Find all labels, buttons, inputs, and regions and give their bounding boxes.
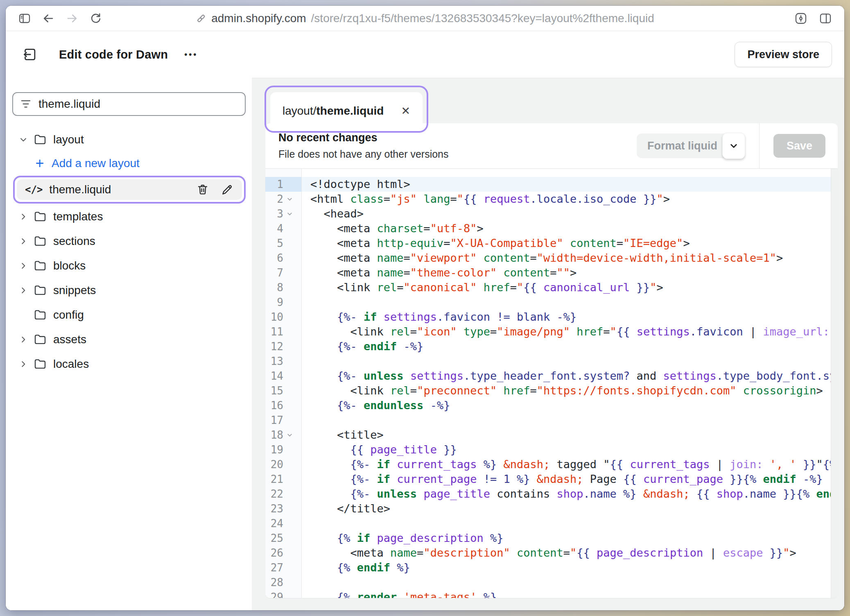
sidebar-item-layout[interactable]: layout [12,127,246,152]
editor-scrollbar[interactable] [831,169,838,598]
code-panel: No recent changes File does not have any… [265,123,838,598]
search-input[interactable] [38,97,238,111]
link-icon [196,13,206,24]
add-new-layout-link[interactable]: +Add a new layout [12,152,246,175]
chevron-right-icon[interactable] [18,211,29,222]
code-line-13[interactable] [302,354,838,369]
fold-chevron-icon[interactable] [283,432,296,439]
gutter-line-25: 25 [265,531,301,546]
code-line-2[interactable]: <html class="js" lang="{{ request.locale… [302,192,838,206]
chevron-right-icon[interactable] [18,359,29,369]
code-line-28[interactable] [302,575,838,590]
code-line-7[interactable]: <meta name="theme-color" content=""> [302,265,838,280]
sidebar-item-blocks[interactable]: blocks [12,254,246,278]
gutter-line-16: 16 [265,398,301,413]
sidebar-item-snippets[interactable]: snippets [12,278,246,303]
sidebar-item-config[interactable]: config [12,303,246,327]
chevron-down-icon [728,140,740,152]
filter-icon [20,98,32,110]
tab-bar: layout/theme.liquid ✕ [252,78,844,123]
versions-subtitle: File does not have any other versions [278,148,449,160]
sidebar-item-theme-liquid[interactable]: </>theme.liquid [17,179,242,200]
exit-editor-icon[interactable] [22,47,38,62]
line-number: 5 [265,237,283,249]
split-view-icon[interactable] [819,12,832,25]
sidebar-item-templates[interactable]: templates [12,204,246,229]
page-settings-icon[interactable] [794,12,807,25]
line-number: 28 [265,576,283,589]
code-line-9[interactable] [302,295,838,310]
code-line-26[interactable]: <meta name="description" content="{{ pag… [302,546,838,560]
code-line-1[interactable]: <!doctype html> [302,177,838,192]
code-line-29[interactable]: {% render 'meta-tags' %} [302,590,838,598]
toolbar-nav-group [18,12,102,25]
chevron-right-icon[interactable] [18,334,29,345]
code-line-14[interactable]: {%- unless settings.type_header_font.sys… [302,369,838,383]
fold-chevron-icon[interactable] [283,211,296,217]
back-icon[interactable] [42,12,55,25]
sidebar-toggle-icon[interactable] [18,12,31,25]
sidebar-item-locales[interactable]: locales [12,352,246,376]
line-number: 21 [265,473,283,485]
code-line-22[interactable]: {%- unless page_title contains shop.name… [302,487,838,501]
code-line-4[interactable]: <meta charset="utf-8"> [302,221,838,236]
plus-icon: + [34,157,46,170]
code-line-18[interactable]: <title> [302,428,838,442]
code-line-6[interactable]: <meta name="viewport" content="width=dev… [302,251,838,265]
browser-toolbar: admin.shopify.com/store/rzq1xu-f5/themes… [6,6,844,31]
chevron-right-icon[interactable] [18,260,29,271]
code-line-19[interactable]: {{ page_title }} [302,442,838,457]
chevron-down-icon[interactable] [18,134,29,145]
save-button[interactable]: Save [773,134,825,158]
url-path: /store/rzq1xu-f5/themes/132683530345?key… [311,12,654,25]
code-line-24[interactable] [302,516,838,531]
gutter-line-4: 4 [265,221,301,236]
gutter-line-27: 27 [265,560,301,575]
code-line-5[interactable]: <meta http-equiv="X-UA-Compatible" conte… [302,236,838,251]
fold-chevron-icon[interactable] [283,196,296,203]
reload-icon[interactable] [89,12,102,25]
code-line-8[interactable]: <link rel="canonical" href="{{ canonical… [302,280,838,295]
more-options-icon[interactable]: ••• [184,50,198,59]
gutter-line-22: 22 [265,487,301,501]
code-line-25[interactable]: {% if page_description %} [302,531,838,546]
folder-icon [34,358,47,371]
trash-icon[interactable] [196,183,209,196]
code-line-27[interactable]: {% endif %} [302,560,838,575]
line-number: 14 [265,370,283,382]
address-bar[interactable]: admin.shopify.com/store/rzq1xu-f5/themes… [196,12,654,25]
preview-store-button[interactable]: Preview store [735,42,832,67]
chevron-right-icon[interactable] [18,236,29,247]
forward-icon [66,12,79,25]
pencil-icon[interactable] [221,183,234,196]
code-line-11[interactable]: <link rel="icon" type="image/png" href="… [302,324,838,339]
line-number: 7 [265,267,283,279]
file-search-box[interactable] [12,92,246,116]
line-number: 9 [265,296,283,308]
code-line-10[interactable]: {%- if settings.favicon != blank -%} [302,310,838,324]
code-line-23[interactable]: </title> [302,501,838,516]
code-line-12[interactable]: {%- endif -%} [302,339,838,354]
line-number: 20 [265,458,283,471]
code-line-21[interactable]: {%- if current_page != 1 %} &ndash; Page… [302,472,838,487]
sidebar-item-assets[interactable]: assets [12,327,246,352]
code-content[interactable]: <!doctype html><html class="js" lang="{{… [302,169,838,598]
gutter-line-23: 23 [265,501,301,516]
editor-main-area: layout/theme.liquid ✕ No recent changes … [252,78,844,610]
tab-layout-theme-liquid[interactable]: layout/theme.liquid ✕ [270,92,423,130]
close-icon[interactable]: ✕ [401,104,410,118]
line-number-gutter: 1234567891011121314151617181920212223242… [265,169,302,598]
format-liquid-dropdown-button[interactable] [722,133,745,159]
format-liquid-button[interactable]: Format liquid [637,134,736,158]
code-line-16[interactable]: {%- endunless -%} [302,398,838,413]
code-line-15[interactable]: <link rel="preconnect" href="https://fon… [302,383,838,398]
code-line-17[interactable] [302,413,838,428]
active-tab-highlight-ring: layout/theme.liquid ✕ [264,86,428,133]
code-line-20[interactable]: {%- if current_tags %} &ndash; tagged "{… [302,457,838,472]
code-line-3[interactable]: <head> [302,206,838,221]
gutter-line-20: 20 [265,457,301,472]
code-editor[interactable]: 1234567891011121314151617181920212223242… [265,169,838,598]
sidebar-item-sections[interactable]: sections [12,229,246,254]
chevron-right-icon[interactable] [18,285,29,296]
line-number: 3 [265,208,283,220]
